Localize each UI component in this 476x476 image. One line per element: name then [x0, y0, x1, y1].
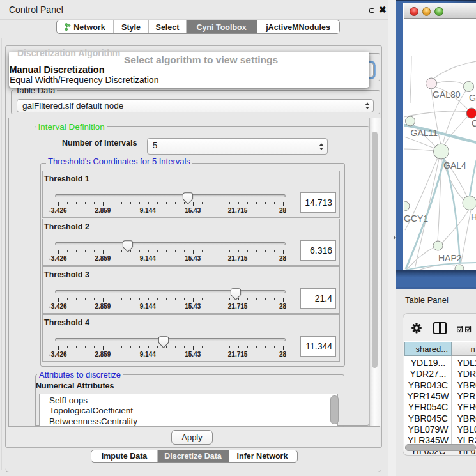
- svg-text:GAL11: GAL11: [410, 128, 438, 138]
- svg-text:GAL80: GAL80: [433, 89, 461, 100]
- svg-text:HAP2: HAP2: [438, 253, 462, 263]
- svg-text:GAL4: GAL4: [443, 160, 466, 171]
- svg-text:GA: GA: [469, 93, 476, 103]
- svg-text:HI: HI: [471, 212, 476, 222]
- svg-text:GCY1: GCY1: [404, 213, 428, 224]
- svg-text:C: C: [472, 118, 476, 128]
